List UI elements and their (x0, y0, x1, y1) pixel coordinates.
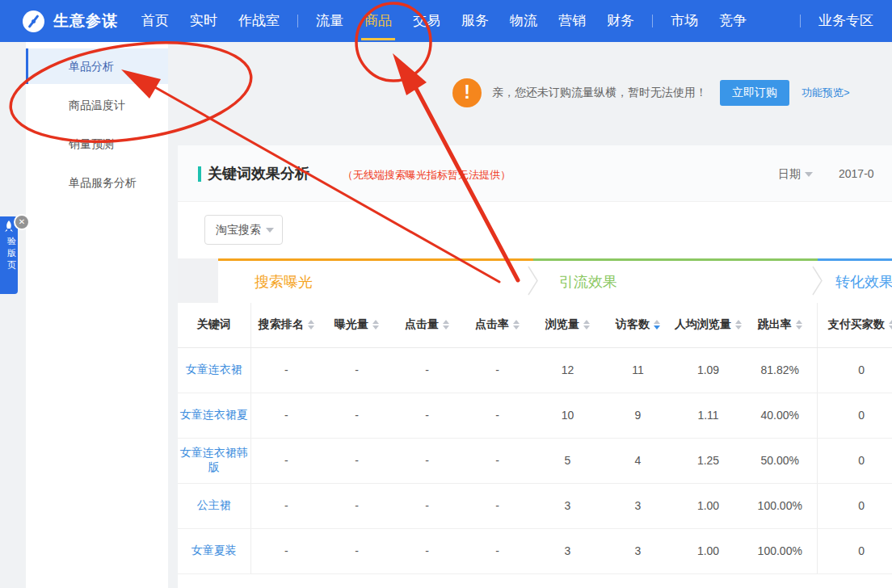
date-filter[interactable]: 日期 (778, 167, 813, 182)
group-conversion-effect: 转化效果 (818, 258, 892, 303)
column-header-bounce-rate[interactable]: 跳出率 (743, 303, 817, 347)
group-divider-chevron (812, 258, 823, 303)
sort-icon (735, 320, 742, 330)
table-row: 女童夏装 - - - - 3 3 1.00 100.00% 0 (178, 528, 892, 573)
nav-divider (652, 15, 653, 27)
card-title: 关键词效果分析 (208, 164, 309, 183)
chevron-down-icon (266, 228, 274, 233)
table-row: 公主裙 - - - - 3 3 1.00 100.00% 0 (178, 483, 892, 528)
sort-icon-active-desc (654, 320, 660, 330)
keyword-link[interactable]: 女童连衣裙夏 (180, 408, 248, 421)
nav-item-market[interactable]: 市场 (660, 0, 709, 42)
order-now-button[interactable]: 立即订购 (720, 80, 789, 106)
column-header-keyword: 关键词 (178, 303, 250, 347)
table-header-row: 关键词 搜索排名 曝光量 点击量 点击率 浏览量 访客数 人均浏览量 跳出率 支… (178, 303, 892, 347)
keyword-link[interactable]: 女童连衣裙 (186, 363, 242, 376)
promo-char: 验 (0, 235, 18, 247)
date-filter-label: 日期 (778, 167, 801, 180)
date-value: 2017-0 (839, 167, 874, 180)
sidebar-item-item-service-analysis[interactable]: 单品服务分析 (26, 165, 168, 200)
sort-icon (796, 320, 802, 330)
column-header-exposure[interactable]: 曝光量 (322, 303, 392, 347)
nav-item-realtime[interactable]: 实时 (179, 0, 228, 42)
nav-item-marketing[interactable]: 营销 (548, 0, 596, 42)
nav-item-service[interactable]: 服务 (451, 0, 499, 42)
sidebar-item-sales-forecast[interactable]: 销量预测 (26, 126, 168, 162)
sidebar-item-product-thermometer[interactable]: 商品温度计 (26, 87, 168, 123)
column-header-search-rank[interactable]: 搜索排名 (250, 303, 322, 347)
column-header-ctr[interactable]: 点击率 (462, 303, 532, 347)
nav-divider (297, 15, 298, 27)
column-header-clicks[interactable]: 点击量 (392, 303, 462, 347)
table-row: 女童连衣裙 - - - - 12 11 1.09 81.82% 0 (178, 347, 892, 393)
rocket-icon (3, 220, 15, 233)
subscription-notice: ! 亲，您还未订购流量纵横，暂时无法使用！ 立即订购 功能预览> (452, 77, 850, 109)
nav-item-finance[interactable]: 财务 (596, 0, 645, 42)
annotation-arrowhead-product (393, 53, 427, 95)
keyword-table: 搜索曝光 引流效果 转化效果 关键词 搜索排名 曝光量 点击量 (178, 258, 892, 574)
keyword-link[interactable]: 女童夏装 (191, 544, 237, 556)
notice-text: 亲，您还未订购流量纵横，暂时无法使用！ (492, 86, 707, 100)
warning-icon: ! (452, 78, 482, 107)
table-group-header: 搜索曝光 引流效果 转化效果 (178, 258, 892, 303)
nav-item-traffic[interactable]: 流量 (305, 0, 354, 42)
top-navbar: 生意参谋 首页 实时 作战室 流量 商品 交易 服务 物流 营销 财务 市场 竞… (0, 0, 892, 42)
nav-item-home[interactable]: 首页 (131, 0, 179, 42)
promo-char: 版 (0, 247, 18, 259)
sort-icon (583, 320, 590, 330)
app-page: 生意参谋 首页 实时 作战室 流量 商品 交易 服务 物流 营销 财务 市场 竞… (0, 0, 892, 588)
sidebar-item-item-analysis[interactable]: 单品分析 (26, 48, 168, 84)
column-header-visitors[interactable]: 访客数 (603, 303, 673, 347)
sort-icon (443, 320, 449, 330)
card-subtitle: （无线端搜索曝光指标暂无法提供） (343, 168, 511, 183)
group-search-exposure: 搜索曝光 (218, 258, 533, 303)
feature-preview-link[interactable]: 功能预览> (802, 86, 850, 100)
search-type-value: 淘宝搜索 (216, 223, 261, 236)
column-header-pageviews[interactable]: 浏览量 (532, 303, 603, 347)
brand-name: 生意参谋 (53, 10, 118, 32)
nav-items: 首页 实时 作战室 流量 商品 交易 服务 物流 营销 财务 市场 竞争 业务专… (131, 0, 892, 42)
sort-icon (513, 320, 520, 330)
nav-item-trade[interactable]: 交易 (402, 0, 451, 42)
keyword-link[interactable]: 公主裙 (197, 498, 231, 511)
promo-char: 页 (0, 259, 18, 271)
nav-item-business-zone[interactable]: 业务专区 (808, 0, 884, 42)
keyword-link[interactable]: 女童连衣裙韩版 (180, 446, 248, 473)
group-keyword-spacer (178, 258, 218, 303)
nav-item-product[interactable]: 商品 (354, 0, 402, 42)
nav-item-competition[interactable]: 竞争 (709, 0, 757, 42)
card-header: 关键词效果分析 （无线端搜索曝光指标暂无法提供） 日期 2017-0 (178, 145, 892, 202)
search-type-select[interactable]: 淘宝搜索 (204, 215, 283, 245)
sidebar: 单品分析 商品温度计 销量预测 单品服务分析 (26, 42, 168, 588)
sort-icon (889, 320, 892, 330)
sort-icon (372, 320, 379, 330)
nav-item-logistics[interactable]: 物流 (499, 0, 548, 42)
column-header-avg-pageviews[interactable]: 人均浏览量 (673, 303, 743, 347)
brand[interactable]: 生意参谋 (23, 10, 118, 32)
logo-icon (23, 10, 44, 32)
group-divider-chevron (528, 258, 539, 303)
sort-icon (308, 320, 314, 330)
table-row: 女童连衣裙夏 - - - - 10 9 1.11 40.00% 0 (178, 393, 892, 438)
title-accent-bar (198, 166, 201, 182)
nav-divider (800, 15, 801, 27)
promo-banner[interactable]: 验 版 页 (0, 216, 18, 294)
chevron-down-icon (805, 172, 813, 177)
nav-item-warroom[interactable]: 作战室 (228, 0, 290, 42)
keyword-analysis-card: 关键词效果分析 （无线端搜索曝光指标暂无法提供） 日期 2017-0 淘宝搜索 … (178, 145, 892, 588)
group-traffic-effect: 引流效果 (533, 258, 818, 303)
close-icon[interactable]: ✕ (14, 214, 30, 230)
column-header-paying-buyers[interactable]: 支付买家数 (817, 303, 892, 347)
table-row: 女童连衣裙韩版 - - - - 5 4 1.25 50.00% 0 (178, 438, 892, 483)
